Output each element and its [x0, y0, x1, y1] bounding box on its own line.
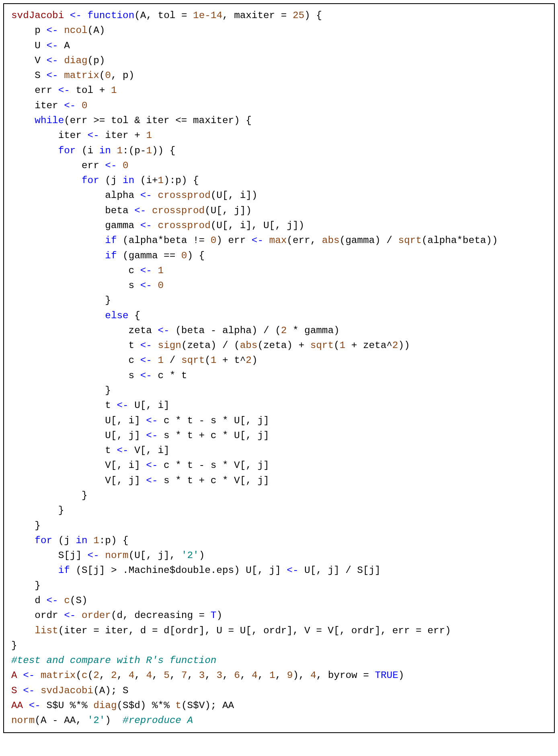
code-line: s <- c * t — [11, 370, 187, 381]
code-line: beta <- crossprod(U[, j]) — [11, 205, 252, 216]
code-line: alpha <- crossprod(U[, i]) — [11, 190, 257, 201]
code-line: } — [11, 640, 17, 651]
code-line: err <- tol + 1 — [11, 85, 117, 96]
code-line: #test and compare with R's function — [11, 655, 216, 666]
code-line: AA <- S$U %*% diag(S$d) %*% t(S$V); AA — [11, 700, 234, 711]
code-line: gamma <- crossprod(U[, i], U[, j]) — [11, 220, 304, 231]
code-line: S <- matrix(0, p) — [11, 70, 134, 81]
code-line: U <- A — [11, 40, 70, 51]
code-line: } — [11, 580, 41, 591]
code-line: V[, i] <- c * t - s * V[, j] — [11, 460, 269, 471]
code-line: V[, j] <- s * t + c * V[, j] — [11, 475, 269, 486]
code-line: err <- 0 — [11, 160, 129, 171]
code-line: U[, j] <- s * t + c * U[, j] — [11, 430, 269, 441]
code-line: norm(A - AA, '2') #reproduce A — [11, 715, 193, 726]
code-line: for (i in 1:(p-1)) { — [11, 145, 175, 156]
code-line: s <- 0 — [11, 280, 164, 291]
code-line: V <- diag(p) — [11, 55, 105, 66]
code-line: t <- U[, i] — [11, 400, 170, 411]
code-line: t <- V[, i] — [11, 445, 170, 456]
code-line: } — [11, 505, 64, 516]
code-line: } — [11, 295, 111, 306]
code-line: c <- 1 — [11, 265, 164, 276]
code-line: if (S[j] > .Machine$double.eps) U[, j] <… — [11, 565, 381, 576]
code-line: c <- 1 / sqrt(1 + t^2) — [11, 355, 258, 366]
code-line: iter <- 0 — [11, 100, 88, 111]
code-line: d <- c(S) — [11, 595, 88, 606]
code-line: list(iter = iter, d = d[ordr], U = U[, o… — [11, 625, 451, 636]
code-line: for (j in 1:p) { — [11, 535, 129, 546]
code-box: svdJacobi <- function(A, tol = 1e-14, ma… — [3, 3, 555, 733]
code-line: ordr <- order(d, decreasing = T) — [11, 610, 222, 621]
code-line: p <- ncol(A) — [11, 25, 105, 36]
code-line: A <- matrix(c(2, 2, 4, 4, 5, 7, 3, 3, 6,… — [11, 670, 404, 681]
code-line: zeta <- (beta - alpha) / (2 * gamma) — [11, 325, 340, 336]
code-line: if (gamma == 0) { — [11, 250, 205, 261]
code-line: t <- sign(zeta) / (abs(zeta) + sqrt(1 + … — [11, 340, 410, 351]
code-line: while(err >= tol & iter <= maxiter) { — [11, 115, 252, 126]
code-line: else { — [11, 310, 140, 321]
code-line: } — [11, 385, 111, 396]
code-line: iter <- iter + 1 — [11, 130, 152, 141]
code-line: } — [11, 520, 41, 531]
code-line: if (alpha*beta != 0) err <- max(err, abs… — [11, 235, 498, 246]
code-line: U[, i] <- c * t - s * U[, j] — [11, 415, 269, 426]
code-block: svdJacobi <- function(A, tol = 1e-14, ma… — [11, 8, 549, 728]
code-line: svdJacobi <- function(A, tol = 1e-14, ma… — [11, 10, 322, 21]
code-line: } — [11, 490, 88, 501]
code-line: S <- svdJacobi(A); S — [11, 685, 129, 696]
code-line: S[j] <- norm(U[, j], '2') — [11, 550, 205, 561]
code-line: for (j in (i+1):p) { — [11, 175, 199, 186]
page: svdJacobi <- function(A, tol = 1e-14, ma… — [0, 0, 558, 736]
